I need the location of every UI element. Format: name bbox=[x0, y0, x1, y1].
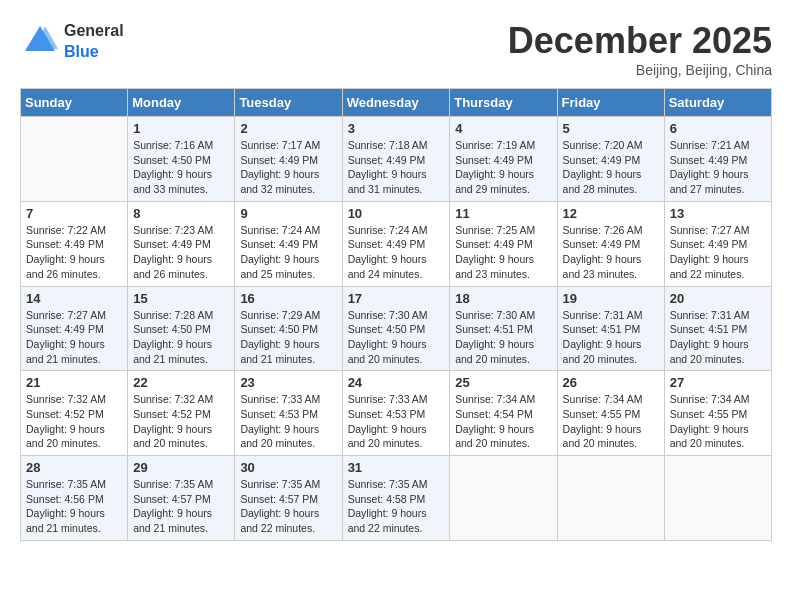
calendar-table: Sunday Monday Tuesday Wednesday Thursday… bbox=[20, 88, 772, 541]
location: Beijing, Beijing, China bbox=[508, 62, 772, 78]
day-info: Sunrise: 7:19 AM Sunset: 4:49 PM Dayligh… bbox=[455, 138, 551, 197]
day-info: Sunrise: 7:18 AM Sunset: 4:49 PM Dayligh… bbox=[348, 138, 445, 197]
day-info: Sunrise: 7:32 AM Sunset: 4:52 PM Dayligh… bbox=[26, 392, 122, 451]
day-cell: 30Sunrise: 7:35 AM Sunset: 4:57 PM Dayli… bbox=[235, 456, 342, 541]
day-cell: 25Sunrise: 7:34 AM Sunset: 4:54 PM Dayli… bbox=[450, 371, 557, 456]
day-number: 8 bbox=[133, 206, 229, 221]
day-number: 27 bbox=[670, 375, 766, 390]
day-cell: 2Sunrise: 7:17 AM Sunset: 4:49 PM Daylig… bbox=[235, 117, 342, 202]
title-area: December 2025 Beijing, Beijing, China bbox=[508, 20, 772, 78]
header-row: Sunday Monday Tuesday Wednesday Thursday… bbox=[21, 89, 772, 117]
day-info: Sunrise: 7:34 AM Sunset: 4:55 PM Dayligh… bbox=[563, 392, 659, 451]
day-cell: 20Sunrise: 7:31 AM Sunset: 4:51 PM Dayli… bbox=[664, 286, 771, 371]
day-cell: 26Sunrise: 7:34 AM Sunset: 4:55 PM Dayli… bbox=[557, 371, 664, 456]
day-number: 1 bbox=[133, 121, 229, 136]
day-info: Sunrise: 7:22 AM Sunset: 4:49 PM Dayligh… bbox=[26, 223, 122, 282]
day-info: Sunrise: 7:33 AM Sunset: 4:53 PM Dayligh… bbox=[240, 392, 336, 451]
day-number: 5 bbox=[563, 121, 659, 136]
day-cell: 31Sunrise: 7:35 AM Sunset: 4:58 PM Dayli… bbox=[342, 456, 450, 541]
day-cell: 13Sunrise: 7:27 AM Sunset: 4:49 PM Dayli… bbox=[664, 201, 771, 286]
day-info: Sunrise: 7:24 AM Sunset: 4:49 PM Dayligh… bbox=[240, 223, 336, 282]
day-info: Sunrise: 7:23 AM Sunset: 4:49 PM Dayligh… bbox=[133, 223, 229, 282]
day-cell bbox=[557, 456, 664, 541]
col-monday: Monday bbox=[128, 89, 235, 117]
day-cell: 15Sunrise: 7:28 AM Sunset: 4:50 PM Dayli… bbox=[128, 286, 235, 371]
day-cell: 27Sunrise: 7:34 AM Sunset: 4:55 PM Dayli… bbox=[664, 371, 771, 456]
day-number: 11 bbox=[455, 206, 551, 221]
day-number: 25 bbox=[455, 375, 551, 390]
day-info: Sunrise: 7:16 AM Sunset: 4:50 PM Dayligh… bbox=[133, 138, 229, 197]
day-cell: 8Sunrise: 7:23 AM Sunset: 4:49 PM Daylig… bbox=[128, 201, 235, 286]
day-number: 17 bbox=[348, 291, 445, 306]
day-number: 29 bbox=[133, 460, 229, 475]
col-sunday: Sunday bbox=[21, 89, 128, 117]
month-title: December 2025 bbox=[508, 20, 772, 62]
day-number: 15 bbox=[133, 291, 229, 306]
day-cell: 29Sunrise: 7:35 AM Sunset: 4:57 PM Dayli… bbox=[128, 456, 235, 541]
day-number: 21 bbox=[26, 375, 122, 390]
col-wednesday: Wednesday bbox=[342, 89, 450, 117]
day-info: Sunrise: 7:35 AM Sunset: 4:57 PM Dayligh… bbox=[133, 477, 229, 536]
day-cell: 22Sunrise: 7:32 AM Sunset: 4:52 PM Dayli… bbox=[128, 371, 235, 456]
day-cell: 1Sunrise: 7:16 AM Sunset: 4:50 PM Daylig… bbox=[128, 117, 235, 202]
day-number: 22 bbox=[133, 375, 229, 390]
logo: General Blue bbox=[20, 20, 124, 62]
day-number: 13 bbox=[670, 206, 766, 221]
logo-text-blue: Blue bbox=[64, 43, 99, 60]
day-cell: 23Sunrise: 7:33 AM Sunset: 4:53 PM Dayli… bbox=[235, 371, 342, 456]
col-saturday: Saturday bbox=[664, 89, 771, 117]
day-info: Sunrise: 7:34 AM Sunset: 4:54 PM Dayligh… bbox=[455, 392, 551, 451]
day-cell: 19Sunrise: 7:31 AM Sunset: 4:51 PM Dayli… bbox=[557, 286, 664, 371]
week-row-2: 7Sunrise: 7:22 AM Sunset: 4:49 PM Daylig… bbox=[21, 201, 772, 286]
day-cell bbox=[21, 117, 128, 202]
day-number: 2 bbox=[240, 121, 336, 136]
week-row-3: 14Sunrise: 7:27 AM Sunset: 4:49 PM Dayli… bbox=[21, 286, 772, 371]
day-cell: 21Sunrise: 7:32 AM Sunset: 4:52 PM Dayli… bbox=[21, 371, 128, 456]
day-cell: 17Sunrise: 7:30 AM Sunset: 4:50 PM Dayli… bbox=[342, 286, 450, 371]
day-cell: 28Sunrise: 7:35 AM Sunset: 4:56 PM Dayli… bbox=[21, 456, 128, 541]
day-number: 28 bbox=[26, 460, 122, 475]
day-cell bbox=[664, 456, 771, 541]
day-cell: 7Sunrise: 7:22 AM Sunset: 4:49 PM Daylig… bbox=[21, 201, 128, 286]
day-number: 20 bbox=[670, 291, 766, 306]
day-number: 10 bbox=[348, 206, 445, 221]
col-tuesday: Tuesday bbox=[235, 89, 342, 117]
day-number: 4 bbox=[455, 121, 551, 136]
day-cell: 5Sunrise: 7:20 AM Sunset: 4:49 PM Daylig… bbox=[557, 117, 664, 202]
day-info: Sunrise: 7:31 AM Sunset: 4:51 PM Dayligh… bbox=[670, 308, 766, 367]
day-cell: 6Sunrise: 7:21 AM Sunset: 4:49 PM Daylig… bbox=[664, 117, 771, 202]
day-info: Sunrise: 7:27 AM Sunset: 4:49 PM Dayligh… bbox=[670, 223, 766, 282]
day-number: 6 bbox=[670, 121, 766, 136]
day-info: Sunrise: 7:30 AM Sunset: 4:50 PM Dayligh… bbox=[348, 308, 445, 367]
day-cell: 24Sunrise: 7:33 AM Sunset: 4:53 PM Dayli… bbox=[342, 371, 450, 456]
day-cell: 16Sunrise: 7:29 AM Sunset: 4:50 PM Dayli… bbox=[235, 286, 342, 371]
day-number: 7 bbox=[26, 206, 122, 221]
day-number: 24 bbox=[348, 375, 445, 390]
day-info: Sunrise: 7:34 AM Sunset: 4:55 PM Dayligh… bbox=[670, 392, 766, 451]
logo-text-general: General bbox=[64, 22, 124, 39]
day-info: Sunrise: 7:25 AM Sunset: 4:49 PM Dayligh… bbox=[455, 223, 551, 282]
day-info: Sunrise: 7:35 AM Sunset: 4:58 PM Dayligh… bbox=[348, 477, 445, 536]
day-number: 19 bbox=[563, 291, 659, 306]
day-cell bbox=[450, 456, 557, 541]
day-info: Sunrise: 7:30 AM Sunset: 4:51 PM Dayligh… bbox=[455, 308, 551, 367]
day-cell: 10Sunrise: 7:24 AM Sunset: 4:49 PM Dayli… bbox=[342, 201, 450, 286]
page-header: General Blue December 2025 Beijing, Beij… bbox=[20, 20, 772, 78]
week-row-1: 1Sunrise: 7:16 AM Sunset: 4:50 PM Daylig… bbox=[21, 117, 772, 202]
day-info: Sunrise: 7:17 AM Sunset: 4:49 PM Dayligh… bbox=[240, 138, 336, 197]
day-number: 3 bbox=[348, 121, 445, 136]
day-number: 16 bbox=[240, 291, 336, 306]
day-number: 14 bbox=[26, 291, 122, 306]
day-info: Sunrise: 7:27 AM Sunset: 4:49 PM Dayligh… bbox=[26, 308, 122, 367]
day-info: Sunrise: 7:32 AM Sunset: 4:52 PM Dayligh… bbox=[133, 392, 229, 451]
day-info: Sunrise: 7:31 AM Sunset: 4:51 PM Dayligh… bbox=[563, 308, 659, 367]
day-info: Sunrise: 7:29 AM Sunset: 4:50 PM Dayligh… bbox=[240, 308, 336, 367]
calendar-body: 1Sunrise: 7:16 AM Sunset: 4:50 PM Daylig… bbox=[21, 117, 772, 541]
day-number: 9 bbox=[240, 206, 336, 221]
day-cell: 14Sunrise: 7:27 AM Sunset: 4:49 PM Dayli… bbox=[21, 286, 128, 371]
col-friday: Friday bbox=[557, 89, 664, 117]
day-cell: 11Sunrise: 7:25 AM Sunset: 4:49 PM Dayli… bbox=[450, 201, 557, 286]
day-cell: 3Sunrise: 7:18 AM Sunset: 4:49 PM Daylig… bbox=[342, 117, 450, 202]
week-row-5: 28Sunrise: 7:35 AM Sunset: 4:56 PM Dayli… bbox=[21, 456, 772, 541]
day-info: Sunrise: 7:35 AM Sunset: 4:56 PM Dayligh… bbox=[26, 477, 122, 536]
